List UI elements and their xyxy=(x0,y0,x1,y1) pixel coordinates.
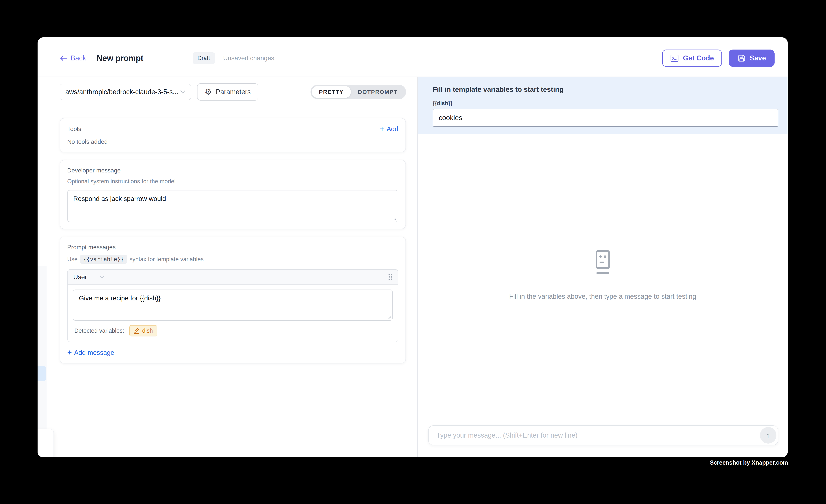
tools-title: Tools xyxy=(67,126,81,132)
save-icon xyxy=(738,54,746,62)
parameters-label: Parameters xyxy=(216,88,251,96)
add-message-button[interactable]: + Add message xyxy=(67,349,114,356)
chat-input-wrap: ↑ xyxy=(428,425,778,445)
empty-state-text: Fill in the variables above, then type a… xyxy=(509,293,696,300)
add-tool-button[interactable]: + Add xyxy=(380,125,398,133)
prompt-messages-card: Prompt messages Use {{variable}} syntax … xyxy=(60,237,406,364)
variable-chip-dish[interactable]: dish xyxy=(129,325,157,336)
editor-content: Tools + Add No tools added Developer mes… xyxy=(38,107,417,457)
back-label: Back xyxy=(71,54,86,62)
edit-pencil-icon xyxy=(134,328,139,334)
sidebar-mini-card xyxy=(38,429,54,457)
message-body: Detected variables: dish xyxy=(68,285,398,342)
unsaved-changes-text: Unsaved changes xyxy=(223,54,274,62)
prompt-editor-pane: aws/anthropic/bedrock-claude-3-5-s... ⚙ … xyxy=(38,77,418,457)
message-block: User xyxy=(67,269,398,342)
tools-card: Tools + Add No tools added xyxy=(60,118,406,152)
arrow-up-icon: ↑ xyxy=(766,431,770,440)
developer-message-subtitle: Optional system instructions for the mod… xyxy=(67,178,398,185)
chevron-down-icon xyxy=(100,275,104,279)
developer-message-textarea[interactable] xyxy=(67,190,398,222)
developer-message-title: Developer message xyxy=(67,167,398,174)
back-button[interactable]: Back xyxy=(60,54,86,62)
editor-toolbar: aws/anthropic/bedrock-claude-3-5-s... ⚙ … xyxy=(38,77,417,107)
collapsed-sidebar-strip xyxy=(38,266,47,457)
test-pane: Fill in template variables to start test… xyxy=(418,77,788,457)
prompt-messages-title: Prompt messages xyxy=(67,244,398,251)
model-selector-value: aws/anthropic/bedrock-claude-3-5-s... xyxy=(65,88,180,96)
template-variables-panel: Fill in template variables to start test… xyxy=(418,77,788,134)
chat-message-input[interactable] xyxy=(428,425,778,445)
developer-message-card: Developer message Optional system instru… xyxy=(60,160,406,229)
robot-face-icon xyxy=(592,249,614,277)
toggle-dotprompt[interactable]: DOTPROMPT xyxy=(351,86,405,98)
toggle-pretty[interactable]: PRETTY xyxy=(312,86,351,98)
gear-icon: ⚙ xyxy=(204,88,212,96)
get-code-label: Get Code xyxy=(683,54,714,62)
watermark-text: Screenshot by Xnapper.com xyxy=(710,459,788,466)
subtitle-suffix: syntax for template variables xyxy=(129,256,204,263)
detected-variables-label: Detected variables: xyxy=(74,327,124,334)
message-header: User xyxy=(68,270,398,285)
chevron-down-icon xyxy=(180,90,185,94)
dish-variable-label: {{dish}} xyxy=(433,100,778,106)
header: Back New prompt Draft Unsaved changes Ge… xyxy=(38,37,788,77)
chat-input-bar: ↑ xyxy=(418,416,788,457)
variable-syntax-chip: {{variable}} xyxy=(80,255,127,264)
save-button[interactable]: Save xyxy=(729,50,775,67)
send-button[interactable]: ↑ xyxy=(760,427,776,444)
terminal-icon xyxy=(670,54,679,62)
template-variables-title: Fill in template variables to start test… xyxy=(433,85,778,93)
message-field-wrap xyxy=(73,290,393,321)
view-mode-toggle: PRETTY DOTPROMPT xyxy=(310,85,406,99)
status-badge: Draft xyxy=(193,52,215,64)
model-selector[interactable]: aws/anthropic/bedrock-claude-3-5-s... xyxy=(60,84,191,100)
developer-message-field-wrap xyxy=(67,190,398,222)
detected-variables-row: Detected variables: dish xyxy=(73,325,393,336)
tools-card-header: Tools + Add xyxy=(67,125,398,133)
dish-variable-input[interactable] xyxy=(433,109,778,127)
role-selector[interactable]: User xyxy=(73,273,104,281)
app-window: Back New prompt Draft Unsaved changes Ge… xyxy=(38,37,788,457)
tools-empty-text: No tools added xyxy=(67,138,398,145)
main-split: aws/anthropic/bedrock-claude-3-5-s... ⚙ … xyxy=(38,77,788,457)
variable-chip-label: dish xyxy=(142,327,153,334)
parameters-button[interactable]: ⚙ Parameters xyxy=(197,83,258,101)
back-arrow-icon xyxy=(60,55,68,61)
page-title: New prompt xyxy=(97,54,143,63)
drag-handle-icon[interactable] xyxy=(388,274,392,280)
add-message-label: Add message xyxy=(74,349,114,356)
subtitle-prefix: Use xyxy=(67,256,77,263)
get-code-button[interactable]: Get Code xyxy=(662,50,722,67)
save-label: Save xyxy=(750,54,766,62)
chat-empty-state: Fill in the variables above, then type a… xyxy=(418,134,788,416)
prompt-messages-subtitle: Use {{variable}} syntax for template var… xyxy=(67,255,398,264)
user-message-textarea[interactable] xyxy=(73,290,393,321)
add-tool-label: Add xyxy=(387,125,398,133)
sidebar-active-item[interactable] xyxy=(38,366,46,381)
role-selector-value: User xyxy=(73,273,87,281)
